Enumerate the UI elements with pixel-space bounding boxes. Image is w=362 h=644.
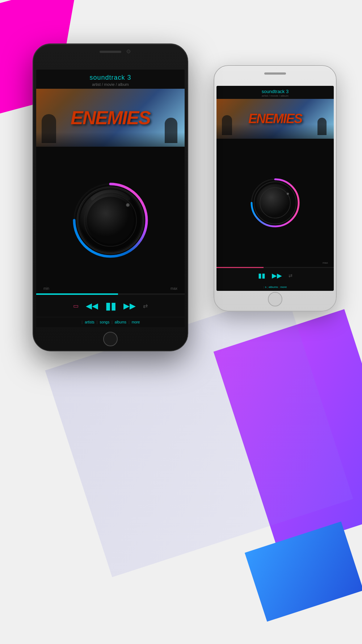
svg-point-4 bbox=[287, 193, 289, 195]
next-btn-black[interactable]: ▶▶ bbox=[123, 301, 136, 311]
pause-btn-white[interactable]: ▮▮ bbox=[258, 272, 265, 280]
progress-fill-black bbox=[36, 293, 118, 295]
knob-svg-black bbox=[71, 180, 150, 260]
svg-point-2 bbox=[256, 184, 294, 222]
knob-area-black[interactable]: min max bbox=[36, 147, 185, 293]
next-btn-white[interactable]: ▶▶ bbox=[272, 272, 282, 280]
track-subtitle-white: artist / movie / album bbox=[219, 94, 332, 97]
svg-point-12 bbox=[127, 204, 129, 206]
volume-down-button bbox=[33, 124, 33, 135]
album-art-inner-black: ENEMIES bbox=[36, 89, 185, 147]
track-title-white: soundtrack 3 bbox=[219, 89, 332, 94]
progress-bar-black[interactable] bbox=[36, 293, 185, 295]
album-overlay-black bbox=[36, 132, 185, 147]
phone-speaker-white bbox=[264, 72, 286, 75]
album-art-black: ENEMIES bbox=[36, 89, 185, 147]
knob-min-label-black: min bbox=[43, 287, 49, 290]
nav-songs-white[interactable]: s bbox=[265, 285, 266, 289]
bottom-nav-black: | artists | songs | albums | more bbox=[36, 317, 185, 327]
shuffle-btn-black[interactable]: ⇄ bbox=[143, 302, 148, 309]
nav-songs-black[interactable]: songs bbox=[100, 320, 109, 324]
controls-black: ▭ ◀◀ ▮▮ ▶▶ ⇄ bbox=[36, 295, 185, 317]
nav-albums-black[interactable]: albums bbox=[115, 320, 126, 324]
pause-btn-black[interactable]: ▮▮ bbox=[105, 300, 116, 312]
phone-screen-white: soundtrack 3 artist / movie / album ENEM… bbox=[216, 86, 334, 291]
prev-btn-black[interactable]: ◀◀ bbox=[86, 301, 98, 311]
album-art-text-black: ENEMIES bbox=[71, 107, 150, 129]
track-title-black: soundtrack 3 bbox=[40, 74, 181, 81]
phone-camera-black bbox=[127, 50, 130, 53]
phones-container: soundtrack 3 artist / movie / album ENEM… bbox=[33, 43, 329, 442]
nav-artists-black[interactable]: artists bbox=[85, 320, 94, 324]
nav-more-black[interactable]: more bbox=[132, 320, 140, 324]
knob-area-white: max bbox=[216, 139, 334, 267]
knob-svg-white bbox=[246, 174, 304, 232]
knob-labels-black: min max bbox=[36, 287, 185, 290]
nav-albums-white[interactable]: albums bbox=[269, 285, 278, 289]
phone-black: soundtrack 3 artist / movie / album ENEM… bbox=[33, 43, 188, 351]
album-art-white: ENEMIES bbox=[216, 99, 334, 139]
bottom-nav-white: | s | albums | more bbox=[216, 283, 334, 291]
track-subtitle-black: artist / movie / album bbox=[40, 82, 181, 87]
nav-more-white[interactable]: more bbox=[280, 285, 287, 289]
shuffle-btn-white[interactable]: ⇄ bbox=[289, 273, 292, 279]
track-header-black: soundtrack 3 artist / movie / album bbox=[36, 70, 185, 89]
home-button-white bbox=[268, 292, 282, 306]
volume-up-button bbox=[33, 109, 33, 120]
app-content-white: soundtrack 3 artist / movie / album ENEM… bbox=[216, 86, 334, 291]
album-overlay-white bbox=[216, 124, 334, 139]
app-content-black: soundtrack 3 artist / movie / album ENEM… bbox=[36, 70, 185, 327]
power-button bbox=[188, 117, 188, 131]
knob-max-label-white: max bbox=[323, 261, 328, 264]
album-art-inner-white: ENEMIES bbox=[216, 99, 334, 139]
phone-speaker-black bbox=[100, 51, 121, 53]
knob-labels-white: max bbox=[323, 259, 328, 265]
home-button-black[interactable] bbox=[103, 332, 118, 346]
track-header-white: soundtrack 3 artist / movie / album bbox=[216, 86, 334, 99]
bg-blue-shape bbox=[245, 522, 362, 622]
knob-max-label-black: max bbox=[171, 287, 177, 290]
phone-white: soundtrack 3 artist / movie / album ENEM… bbox=[214, 65, 337, 311]
phone-screen-black: soundtrack 3 artist / movie / album ENEM… bbox=[36, 70, 185, 327]
repeat-btn-black[interactable]: ▭ bbox=[73, 302, 79, 309]
controls-white: ▮▮ ▶▶ ⇄ bbox=[216, 268, 334, 283]
